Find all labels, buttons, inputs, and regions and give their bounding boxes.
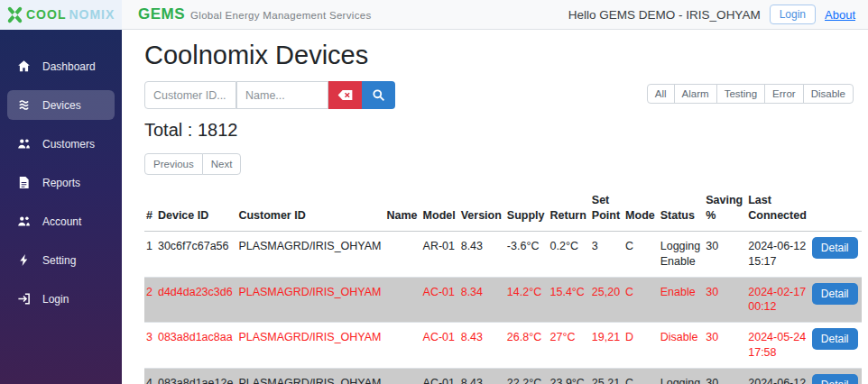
version: 8.43 [459, 369, 505, 384]
device-id: 30c6f7c67a56 [156, 231, 236, 277]
logo-text-cool: COOL [26, 7, 66, 22]
last-connected: 2024-06-12 15:17 [746, 231, 810, 277]
status: Enable [659, 277, 705, 323]
model: AC-01 [421, 277, 459, 323]
login-arrow-icon [17, 292, 31, 306]
magnifier-icon [372, 88, 385, 102]
sidebar: Dashboard Devices Customers Reports Acco… [0, 30, 122, 384]
saving-percent: 30 [704, 369, 746, 384]
login-button[interactable]: Login [770, 5, 816, 24]
detail-button[interactable]: Detail [812, 374, 858, 384]
brand-name: GEMS [138, 5, 185, 23]
device-search-group [144, 81, 395, 109]
filter-alarm-button[interactable]: Alarm [674, 84, 717, 104]
saving-percent: 30 [704, 231, 746, 277]
set-point: 25,21 [590, 369, 623, 384]
sidebar-item-dashboard[interactable]: Dashboard [7, 51, 115, 81]
brand-subtitle: Global Energy Management Services [190, 10, 371, 21]
mode: C [623, 231, 659, 277]
name-input[interactable] [236, 81, 328, 109]
next-page-button[interactable]: Next [202, 153, 242, 175]
row-number: 2 [144, 277, 156, 323]
table-row: 2 d4d4da23c3d6 PLASMAGRD/IRIS_OHYAM AC-0… [144, 277, 862, 323]
customer-id: PLASMAGRD/IRIS_OHYAM [236, 323, 384, 369]
table-row: 1 30c6f7c67a56 PLASMAGRD/IRIS_OHYAM AR-0… [144, 231, 862, 277]
previous-page-button[interactable]: Previous [144, 153, 203, 175]
saving-percent: 30 [704, 323, 746, 369]
page-title: Coolnomix Devices [144, 41, 854, 70]
about-link[interactable]: About [825, 8, 855, 22]
col-detail [810, 186, 862, 231]
devices-icon [17, 98, 31, 112]
sidebar-item-label: Dashboard [42, 60, 96, 73]
filter-testing-button[interactable]: Testing [716, 84, 765, 104]
supply-temp: 14.2°C [505, 277, 549, 323]
coolnomix-x-icon [6, 6, 23, 23]
sidebar-item-login[interactable]: Login [7, 284, 115, 314]
total-count: Total : 1812 [144, 120, 854, 141]
last-connected: 2024-05-24 17:58 [746, 323, 810, 369]
row-number: 1 [144, 231, 156, 277]
sidebar-item-label: Reports [42, 177, 80, 189]
customer-id: PLASMAGRD/IRIS_OHYAM [236, 277, 384, 323]
return-temp: 23.9°C [549, 369, 590, 384]
sidebar-item-devices[interactable]: Devices [7, 90, 115, 120]
status-filter-group: All Alarm Testing Error Disable [647, 84, 854, 104]
filter-all-button[interactable]: All [647, 84, 675, 104]
device-id: 083a8d1ae12e [156, 369, 236, 384]
sidebar-item-customers[interactable]: Customers [7, 129, 115, 159]
return-temp: 27°C [549, 323, 590, 369]
lightning-icon [17, 253, 31, 267]
return-temp: 15.4°C [549, 277, 590, 323]
main-content: Coolnomix Devices All Alarm Testing Erro… [122, 30, 868, 384]
col-version: Version [459, 186, 505, 231]
filter-disable-button[interactable]: Disable [803, 84, 854, 104]
top-bar: COOLNOMIX GEMS Global Energy Management … [0, 0, 868, 30]
search-button[interactable] [362, 81, 395, 109]
col-customer-id: Customer ID [236, 186, 384, 231]
sidebar-item-setting[interactable]: Setting [7, 245, 115, 275]
account-icon [17, 215, 31, 228]
col-number: # [144, 186, 156, 231]
coolnomix-logo: COOLNOMIX [0, 0, 122, 30]
row-number: 3 [144, 323, 156, 369]
sidebar-item-account[interactable]: Account [7, 206, 115, 236]
col-return: Return [549, 186, 590, 231]
table-header-row: # Device ID Customer ID Name Model Versi… [144, 186, 862, 231]
col-status: Status [659, 186, 705, 231]
set-point: 19,21 [590, 323, 623, 369]
model: AR-01 [421, 231, 459, 277]
sidebar-item-label: Login [42, 293, 69, 306]
sidebar-item-reports[interactable]: Reports [7, 168, 115, 197]
model: AC-01 [421, 369, 459, 384]
col-device-id: Device ID [156, 186, 236, 231]
clear-search-button[interactable] [328, 81, 362, 109]
reports-icon [17, 176, 31, 189]
device-name [385, 277, 421, 323]
customers-icon [17, 137, 31, 151]
last-connected: 2024-06-12 15:16 [746, 369, 810, 384]
sidebar-item-label: Account [42, 215, 81, 228]
backspace-icon [337, 89, 353, 101]
customer-id-input[interactable] [144, 81, 236, 109]
customer-id: PLASMAGRD/IRIS_OHYAM [236, 369, 384, 384]
status: Logging Enable [659, 231, 705, 277]
row-number: 4 [144, 369, 156, 384]
detail-button[interactable]: Detail [812, 283, 858, 305]
version: 8.43 [459, 231, 505, 277]
home-icon [17, 59, 31, 73]
sidebar-item-label: Customers [42, 138, 95, 151]
device-id: d4d4da23c3d6 [156, 277, 236, 323]
supply-temp: -3.6°C [505, 231, 549, 277]
model: AC-01 [421, 323, 459, 369]
mode: C [623, 369, 659, 384]
filter-error-button[interactable]: Error [764, 84, 804, 104]
detail-button[interactable]: Detail [812, 328, 858, 350]
table-row: 4 083a8d1ae12e PLASMAGRD/IRIS_OHYAM AC-0… [144, 369, 862, 384]
mode: D [623, 323, 659, 369]
saving-percent: 30 [704, 277, 746, 323]
detail-button[interactable]: Detail [812, 237, 858, 259]
customer-id: PLASMAGRD/IRIS_OHYAM [236, 231, 384, 277]
device-name [385, 231, 421, 277]
logo-text-nomix: NOMIX [69, 7, 115, 22]
